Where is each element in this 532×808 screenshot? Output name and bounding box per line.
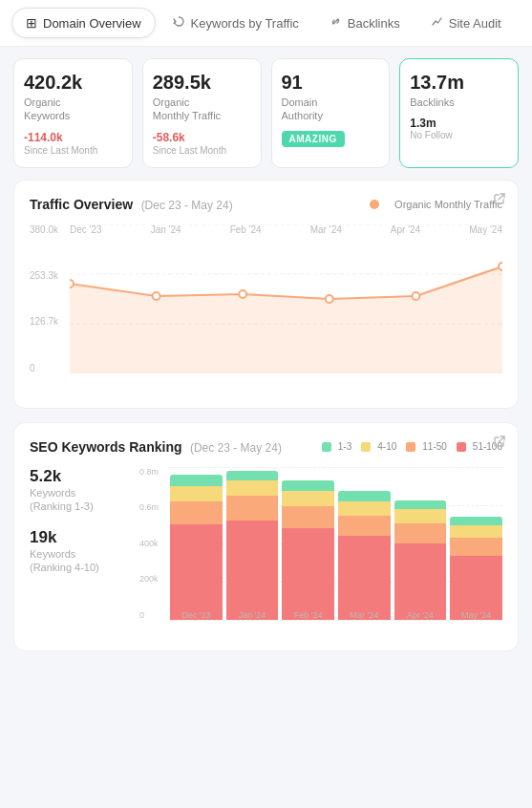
- legend-sq-4-10: [361, 442, 371, 452]
- bar-apr24: Apr '24: [394, 467, 447, 620]
- organic-keywords-since: Since Last Month: [24, 145, 122, 156]
- amazing-badge: AMAZING: [282, 131, 345, 147]
- seo-external-link-icon[interactable]: [493, 435, 506, 451]
- legend-sq-11-50: [406, 442, 415, 452]
- seo-bar-chart: 0.8m 0.6m 400k 200k 0: [139, 467, 502, 639]
- svg-point-7: [326, 295, 333, 303]
- organic-traffic-change: -58.6k: [153, 131, 251, 144]
- tab-backlinks-label: Backlinks: [348, 16, 400, 31]
- bar-seg-4-10-may: [450, 538, 502, 555]
- seo-chart-title-group: SEO Keywords Ranking (Dec 23 - May 24): [30, 438, 282, 456]
- svg-point-4: [70, 280, 74, 287]
- bar-x-dec23: Dec '23: [181, 610, 210, 620]
- bar-seg-1-3-mar: [338, 536, 391, 620]
- legend-sq-51-100: [457, 442, 466, 452]
- y-label-0: 0: [30, 363, 58, 373]
- bar-seg-51-100-mar: [338, 491, 391, 501]
- legend-sq-1-3: [322, 442, 331, 452]
- tab-domain-overview[interactable]: ⊞ Domain Overview: [11, 8, 156, 38]
- y-200k: 200k: [139, 574, 170, 584]
- bar-seg-51-100-dec: [170, 475, 223, 487]
- traffic-chart-title-group: Traffic Overview (Dec 23 - May 24): [30, 196, 233, 213]
- svg-point-8: [412, 292, 419, 300]
- stat-card-backlinks: 13.7m Backlinks 1.3m No Follow: [399, 58, 519, 168]
- seo-keywords-chart: SEO Keywords Ranking (Dec 23 - May 24) 1…: [13, 422, 519, 651]
- backlinks-no-follow-value: 1.3m: [410, 117, 508, 130]
- backlinks-no-follow-label: No Follow: [410, 130, 508, 140]
- bar-stack-mar24: [338, 491, 391, 619]
- bar-seg-11-50-apr: [394, 509, 447, 522]
- traffic-chart-title: Traffic Overview: [30, 197, 133, 212]
- legend-label-11-50: 11-50: [422, 441, 447, 452]
- bar-feb24: Feb '24: [282, 467, 334, 620]
- organic-traffic-since: Since Last Month: [153, 145, 251, 156]
- tab-site-audit[interactable]: Site Audit: [417, 9, 515, 37]
- y-0-bar: 0: [139, 610, 170, 620]
- organic-keywords-change: -114.0k: [24, 131, 122, 144]
- y-label-126: 126.7k: [30, 316, 58, 327]
- backlinks-icon: [330, 15, 342, 31]
- legend-label-1-3: 1-3: [338, 441, 351, 452]
- bar-seg-11-50-feb: [282, 491, 334, 506]
- kpi-1-3-value: 5.2k: [30, 467, 130, 486]
- bar-stack-jan24: [226, 471, 279, 619]
- seo-chart-header: SEO Keywords Ranking (Dec 23 - May 24) 1…: [30, 438, 502, 456]
- bar-stack-may24: [450, 517, 502, 619]
- legend-label-4-10: 4-10: [377, 441, 396, 452]
- traffic-chart-legend: Organic Monthly Traffic: [370, 199, 502, 210]
- kpi-ranking-4-10: 19k Keywords(Ranking 4-10): [30, 528, 130, 575]
- bar-x-may24: May '24: [461, 610, 491, 620]
- bar-seg-4-10-mar: [338, 516, 391, 536]
- legend-1-3: 1-3: [322, 441, 351, 452]
- kpi-1-3-label: Keywords(Ranking 1-3): [30, 486, 130, 514]
- stats-row: 420.2k OrganicKeywords -114.0k Since Las…: [0, 47, 532, 180]
- bar-seg-51-100-apr: [394, 500, 447, 510]
- traffic-legend-dot: [370, 200, 379, 209]
- domain-overview-icon: ⊞: [26, 15, 37, 31]
- bar-jan24: Jan '24: [226, 467, 279, 620]
- svg-point-9: [499, 263, 502, 270]
- tab-site-audit-label: Site Audit: [449, 16, 501, 31]
- seo-chart-legend: 1-3 4-10 11-50 51-100: [322, 441, 502, 452]
- bar-seg-51-100-jan: [226, 471, 279, 480]
- bar-seg-1-3-feb: [282, 528, 334, 620]
- bar-seg-4-10-feb: [282, 506, 334, 527]
- organic-keywords-label: OrganicKeywords: [24, 96, 122, 123]
- bar-dec23: Dec '23: [170, 467, 223, 620]
- tab-backlinks[interactable]: Backlinks: [316, 9, 414, 37]
- y-label-253: 253.3k: [30, 270, 58, 281]
- seo-bar-chart-section: 5.2k Keywords(Ranking 1-3) 19k Keywords(…: [30, 467, 502, 639]
- stat-card-organic-traffic: 289.5k OrganicMonthly Traffic -58.6k Sin…: [142, 58, 262, 168]
- kpi-ranking-1-3: 5.2k Keywords(Ranking 1-3): [30, 467, 130, 514]
- bar-seg-11-50-may: [450, 525, 502, 538]
- backlinks-label: Backlinks: [410, 96, 508, 109]
- bar-seg-4-10-dec: [170, 501, 223, 524]
- bar-seg-4-10-apr: [394, 523, 447, 543]
- y-0.8m: 0.8m: [139, 467, 170, 477]
- external-link-icon[interactable]: [493, 192, 506, 208]
- organic-keywords-value: 420.2k: [24, 71, 122, 94]
- legend-11-50: 11-50: [406, 441, 447, 452]
- bar-seg-1-3-apr: [394, 543, 447, 620]
- bar-seg-11-50-dec: [170, 486, 223, 501]
- traffic-y-axis: 380.0k 253.3k 126.7k 0: [30, 224, 58, 396]
- bar-seg-1-3-jan: [226, 521, 279, 620]
- bar-seg-11-50-jan: [226, 480, 279, 496]
- site-audit-icon: [431, 15, 443, 31]
- traffic-svg-area: [70, 224, 502, 373]
- traffic-legend-label: Organic Monthly Traffic: [394, 199, 502, 210]
- bar-may24: May '24: [450, 467, 502, 620]
- svg-point-6: [239, 290, 246, 298]
- seo-chart-daterange: (Dec 23 - May 24): [190, 441, 282, 455]
- bar-x-jan24: Jan '24: [239, 610, 266, 620]
- kpi-4-10-label: Keywords(Ranking 4-10): [30, 547, 130, 575]
- tab-keywords-by-traffic[interactable]: Keywords by Traffic: [160, 9, 312, 37]
- bar-stack-apr24: [394, 500, 447, 620]
- traffic-chart-daterange: (Dec 23 - May 24): [141, 199, 233, 212]
- bar-seg-51-100-feb: [282, 480, 334, 491]
- stat-card-organic-keywords: 420.2k OrganicKeywords -114.0k Since Las…: [13, 58, 133, 168]
- bar-seg-4-10-jan: [226, 496, 279, 521]
- bar-x-feb24: Feb '24: [294, 610, 323, 620]
- bar-seg-11-50-mar: [338, 501, 391, 515]
- tab-keywords-label: Keywords by Traffic: [191, 16, 299, 31]
